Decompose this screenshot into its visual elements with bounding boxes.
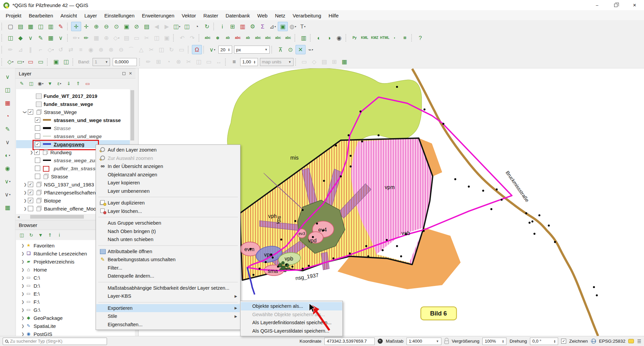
context-menu-item[interactable]: Datenquelle ändern... xyxy=(96,272,240,280)
vector-check[interactable]: ∨▾ xyxy=(3,177,13,186)
redo[interactable]: ↷ xyxy=(187,33,197,43)
collapse-all-browser[interactable]: ⇑ xyxy=(46,231,54,239)
context-menu-item[interactable]: Eigenschaften... xyxy=(96,321,240,329)
zoom-native[interactable]: ⊙ xyxy=(111,22,121,31)
change-label-properties[interactable]: abc xyxy=(283,33,293,43)
context-menu-item[interactable]: Nach Oben bringen (t) xyxy=(96,227,240,236)
band-select[interactable]: 1▼ xyxy=(93,58,110,66)
expander-icon[interactable]: ❯ xyxy=(23,182,26,186)
perpendicular[interactable]: ⌐ xyxy=(36,45,46,54)
context-menu-item[interactable]: Stile ▶ xyxy=(96,312,240,321)
minimize-button[interactable]: – xyxy=(588,0,606,11)
vertex-tool[interactable]: ◇▾ xyxy=(111,33,121,43)
open-project[interactable]: ▤ xyxy=(15,22,25,31)
snapping-mode[interactable]: ∨▾ xyxy=(207,45,217,54)
move-label[interactable]: abc xyxy=(263,33,273,43)
new-virtual-layer[interactable]: ∨ xyxy=(56,33,66,43)
expander-icon[interactable]: ❯ xyxy=(21,243,24,247)
expander-icon[interactable]: ❯ xyxy=(21,284,24,288)
menu-item[interactable]: Ansicht xyxy=(57,11,80,20)
context-menu-item[interactable]: Filter... xyxy=(96,264,240,272)
serval-tool[interactable]: ▣ xyxy=(51,57,61,67)
raster-value-field[interactable]: 0,0000 xyxy=(113,58,137,66)
context-menu-item[interactable]: Exportieren ▶ xyxy=(96,304,240,312)
context-menu-item[interactable]: In der Übersicht anzeigen xyxy=(96,162,240,171)
layer-stack[interactable]: ◫ xyxy=(3,85,13,94)
show-statistics[interactable]: Σ xyxy=(258,22,268,31)
grid-tools[interactable]: ⊞ xyxy=(400,33,410,43)
measure-line[interactable]: ⊿▾ xyxy=(268,22,278,31)
snap-on-intersection[interactable]: ⊙ xyxy=(285,45,296,54)
context-menu-item[interactable] xyxy=(96,215,240,219)
expander-icon[interactable]: ❯ xyxy=(23,190,26,194)
layer-labeling[interactable]: abc xyxy=(203,33,213,43)
merge-features[interactable]: ◫ xyxy=(156,45,166,54)
highlight-pinned-labels[interactable]: abc xyxy=(233,33,243,43)
expander-icon[interactable]: ❯ xyxy=(21,300,24,304)
zoom-in[interactable]: ⊕ xyxy=(91,22,101,31)
zoom-full[interactable]: ▣ xyxy=(121,22,131,31)
parallel[interactable]: ∥ xyxy=(25,45,36,54)
menu-item[interactable]: Hilfe xyxy=(325,11,342,20)
map-units-select[interactable]: map units▼ xyxy=(260,58,293,66)
new-map-view[interactable]: ◫▾ xyxy=(172,22,182,31)
search-layers[interactable]: ◑ xyxy=(324,33,334,43)
new-geopackage-layer[interactable]: ◆ xyxy=(15,33,25,43)
context-menu-item[interactable]: Bearbeitungsstatus umschalten xyxy=(96,255,240,264)
split-features[interactable]: ✂ xyxy=(146,45,156,54)
snapping-units-select[interactable]: px▼ xyxy=(234,46,270,54)
vector-select[interactable]: ∨▾ xyxy=(3,190,13,199)
web-export[interactable]: ◐ xyxy=(390,33,400,43)
pan-to-selection[interactable]: ✛ xyxy=(81,22,91,31)
context-menu-item[interactable]: Zur Auswahl zoomen xyxy=(96,154,240,163)
raster-draw[interactable]: ✏ xyxy=(143,57,153,67)
rotate-point-symbols[interactable]: ↻ xyxy=(166,45,176,54)
expander-icon[interactable]: ❯ xyxy=(21,292,24,296)
enable-tracing[interactable]: ⌁▾ xyxy=(306,45,316,54)
menu-item[interactable]: Verarbeitung xyxy=(289,11,325,20)
context-menu-item[interactable]: Nach unten schieben xyxy=(96,235,240,244)
save-project[interactable]: ▦ xyxy=(25,22,36,31)
context-menu-item[interactable]: Auf den Layer zoomen xyxy=(96,146,240,154)
pan-map[interactable]: ✛ xyxy=(71,22,81,31)
lock-scale-icon[interactable] xyxy=(444,341,449,344)
context-menu-item[interactable]: Aus Gruppe verschieben xyxy=(96,219,240,227)
filter-by-expression[interactable]: ε▾ xyxy=(55,79,64,88)
context-menu-item[interactable] xyxy=(96,280,240,284)
expander-icon[interactable]: ❯ xyxy=(23,198,26,203)
layer-tree-item[interactable]: strassen_und_wege strasse xyxy=(16,116,135,124)
undo[interactable]: ↶ xyxy=(177,33,187,43)
menu-item[interactable]: Layer xyxy=(80,11,101,20)
context-menu-item[interactable]: Attributtabelle öffnen xyxy=(96,247,240,256)
menu-item[interactable]: Erweiterungen xyxy=(138,11,178,20)
db-manager[interactable]: ▥ xyxy=(299,33,309,43)
raster-tool[interactable]: ◫ xyxy=(61,57,71,67)
toggle-editing[interactable]: ✏ xyxy=(81,33,91,43)
refresh-map[interactable]: ↻ xyxy=(202,22,212,31)
modify-attributes[interactable]: ▤ xyxy=(121,33,131,43)
submenu-item[interactable]: Als QGIS-Layerstildatei speichern... xyxy=(241,327,342,335)
expander-icon[interactable]: ❯ xyxy=(21,251,24,255)
context-menu-item[interactable]: Objektanzahl anzeigen xyxy=(96,171,240,179)
expander-icon[interactable]: ❯ xyxy=(21,260,24,264)
expander-icon[interactable]: ❯ xyxy=(21,308,24,312)
open-attribute-table[interactable]: ⊞ xyxy=(227,22,237,31)
select-features-by-value[interactable]: ▭▾ xyxy=(15,57,25,67)
expander-icon[interactable]: ❯ xyxy=(21,332,24,336)
magnifier-spinbox[interactable]: 100%▲▼ xyxy=(482,338,506,345)
reshape-features[interactable]: △ xyxy=(136,45,146,54)
menu-item[interactable]: Datenbank xyxy=(222,11,254,20)
menu-item[interactable]: Projekt xyxy=(2,11,25,20)
delete-selected[interactable]: ▭ xyxy=(131,33,142,43)
context-menu-item[interactable]: Layer kopieren xyxy=(96,179,240,187)
deselect-features[interactable]: ▭ xyxy=(25,57,36,67)
menu-item[interactable]: Web xyxy=(254,11,271,20)
identify-features[interactable]: i xyxy=(217,22,227,31)
expander-icon[interactable]: ❯ xyxy=(21,268,24,272)
context-menu-item[interactable]: Layer duplizieren xyxy=(96,199,240,207)
feather-pen[interactable]: ✎ xyxy=(3,125,13,133)
context-menu-item[interactable] xyxy=(96,244,240,247)
scale-select[interactable]: 1:4000▼ xyxy=(407,338,441,345)
expander-icon[interactable]: ❯ xyxy=(21,316,24,320)
layer-visibility-checkbox[interactable] xyxy=(35,141,40,147)
